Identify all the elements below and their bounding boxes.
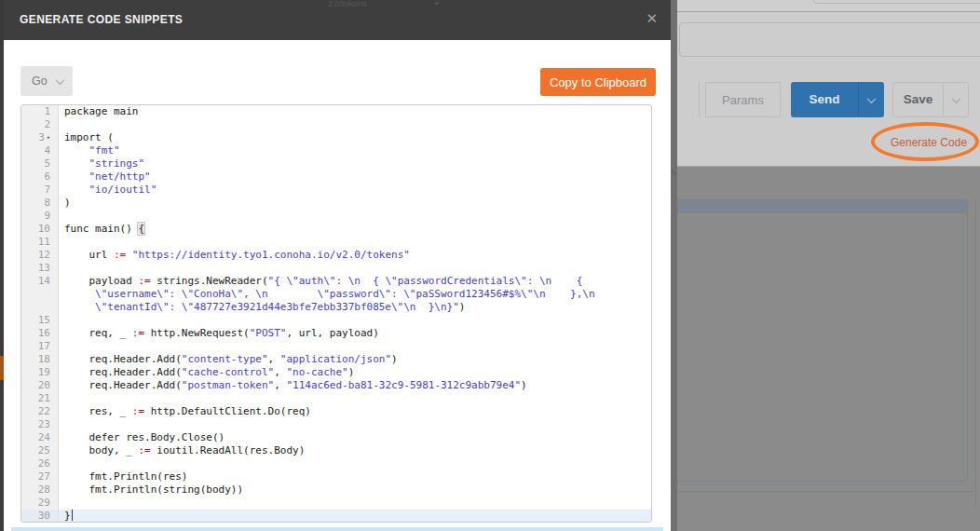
generate-code-link[interactable]: Generate Code [891, 136, 973, 149]
code-text [59, 497, 651, 510]
line-number: 19 [21, 366, 59, 379]
line-number: 30 [21, 510, 59, 523]
url-field-outline [679, 22, 980, 57]
code-line[interactable]: 12 url := "https://identity.tyo1.conoha.… [21, 249, 651, 262]
code-line[interactable]: 19 req.Header.Add("cache-control", "no-c… [21, 366, 651, 379]
code-line[interactable]: 2 [21, 118, 651, 131]
code-line[interactable]: 22 res, _ := http.DefaultClient.Do(req) [21, 405, 651, 418]
code-text: fmt.Println(string(body)) [59, 483, 651, 497]
code-line[interactable]: 18 req.Header.Add("content-type", "appli… [21, 353, 651, 366]
line-number: 17 [21, 340, 59, 353]
line-number: 14 [21, 275, 59, 288]
background-environment-box [813, 0, 980, 4]
line-number: 5 [21, 157, 59, 170]
line-number: 6 [21, 170, 59, 184]
line-number: 24 [21, 431, 59, 444]
code-line[interactable]: 7 "io/ioutil" [21, 184, 651, 197]
params-button[interactable]: Params [705, 82, 781, 117]
code-text: "strings" [59, 157, 651, 170]
code-line[interactable]: 25 body, _ := ioutil.ReadAll(res.Body) [21, 444, 651, 457]
code-line[interactable]: 29 [21, 497, 651, 510]
code-text: \"tenantId\": \"487727e3921d44e3bfe7ebb3… [59, 301, 651, 314]
line-number: 27 [21, 470, 59, 483]
code-line[interactable]: 3▾import ( [21, 131, 651, 144]
response-panel [677, 199, 968, 482]
code-editor[interactable]: 1package main23▾import (4 "fmt"5 "string… [20, 104, 652, 523]
code-text [59, 236, 651, 249]
code-line[interactable]: 20 req.Header.Add("postman-token", "114a… [21, 379, 651, 392]
line-number: 7 [21, 184, 59, 197]
fold-arrow-icon[interactable]: ▾ [47, 134, 50, 142]
send-button[interactable]: Send [791, 82, 884, 117]
modal-title: GENERATE CODE SNIPPETS [20, 0, 183, 40]
code-text: fmt.Println(res) [59, 470, 651, 483]
line-number [21, 301, 59, 314]
save-button-label[interactable]: Save [893, 83, 944, 116]
code-line[interactable]: 9 [21, 210, 651, 223]
code-text: \"username\": \"ConoHa\", \n \"password\… [59, 288, 651, 301]
code-line[interactable]: 8) [21, 197, 651, 210]
code-text: import ( [59, 131, 651, 144]
code-text [59, 418, 651, 431]
code-line[interactable]: 4 "fmt" [21, 144, 651, 157]
code-text [59, 457, 651, 470]
close-icon[interactable]: ✕ [646, 11, 658, 25]
language-select[interactable]: Go [20, 66, 73, 96]
code-text: payload := strings.NewReader("{ \"auth\"… [59, 275, 651, 288]
code-text: package main [59, 105, 651, 118]
line-number: 21 [21, 392, 59, 405]
code-text: res, _ := http.DefaultClient.Do(req) [59, 405, 651, 418]
code-line[interactable]: 26 [21, 457, 651, 470]
code-text [59, 392, 651, 405]
chevron-down-icon [56, 75, 65, 85]
code-line[interactable]: 17 [21, 340, 651, 353]
chevron-down-icon [951, 94, 960, 103]
save-button[interactable]: Save [892, 82, 969, 117]
code-line[interactable]: 23 [21, 418, 651, 431]
code-line[interactable]: 15 [21, 314, 651, 327]
code-line[interactable]: \"tenantId\": \"487727e3921d44e3bfe7ebb3… [21, 301, 651, 314]
code-line[interactable]: \"username\": \"ConoHa\", \n \"password\… [21, 288, 651, 301]
line-number: 1 [21, 105, 59, 118]
line-number: 4 [21, 144, 59, 157]
editor-scroll-strip [11, 527, 663, 531]
line-number: 16 [21, 327, 59, 340]
code-line[interactable]: 11 [21, 236, 651, 249]
screen: Params Send Save Generate Code ✎ 2. [0, 0, 980, 531]
divider [677, 491, 973, 492]
save-dropdown[interactable] [944, 83, 968, 116]
code-text [59, 314, 651, 327]
code-line[interactable]: 5 "strings" [21, 157, 651, 170]
line-number: 20 [21, 379, 59, 392]
line-number: 29 [21, 497, 59, 510]
line-number [21, 288, 59, 301]
code-text: req, _ := http.NewRequest("POST", url, p… [59, 327, 651, 340]
code-line[interactable]: 13 [21, 262, 651, 275]
code-line[interactable]: 28 fmt.Println(string(body)) [21, 483, 651, 497]
code-text: } [59, 510, 651, 523]
code-line[interactable]: 1package main [21, 105, 651, 118]
code-line[interactable]: 16 req, _ := http.NewRequest("POST", url… [21, 327, 651, 340]
code-line[interactable]: 10func main() { [21, 223, 651, 236]
code-text: func main() { [59, 223, 651, 236]
line-number: 9 [21, 210, 59, 223]
line-number: 15 [21, 314, 59, 327]
code-line[interactable]: 30} [21, 510, 651, 523]
code-line[interactable]: 14 payload := strings.NewReader("{ \"aut… [21, 275, 651, 288]
line-number: 18 [21, 353, 59, 366]
code-line[interactable]: 6 "net/http" [21, 170, 651, 184]
line-number: 3▾ [21, 131, 59, 144]
send-dropdown[interactable] [859, 82, 884, 117]
send-button-label[interactable]: Send [791, 82, 859, 117]
line-number: 8 [21, 197, 59, 210]
divider [975, 199, 976, 507]
edit-pencil-icon: ✎ [670, 168, 677, 178]
code-text: ) [59, 197, 651, 210]
code-line[interactable]: 21 [21, 392, 651, 405]
background-tab-fragment: 2.0/tokens [328, 0, 367, 8]
copy-to-clipboard-button[interactable]: Copy to Clipboard [540, 68, 656, 96]
divider [699, 82, 700, 117]
code-text [59, 210, 651, 223]
code-line[interactable]: 24 defer res.Body.Close() [21, 431, 651, 444]
code-line[interactable]: 27 fmt.Println(res) [21, 470, 651, 483]
